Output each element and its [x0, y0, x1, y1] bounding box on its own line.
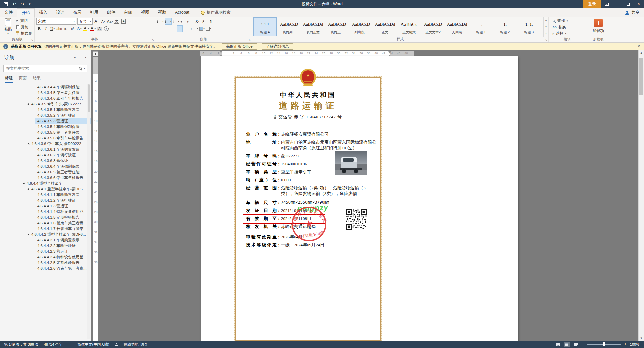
font-color-button[interactable]: A▾ — [90, 25, 96, 32]
nav-item[interactable]: 4.6.4.4.1.2 车辆行驶证 — [0, 198, 91, 203]
gallery-more-button[interactable]: ▾ — [544, 30, 548, 37]
decrease-indent-button[interactable]: ◀ — [180, 18, 187, 25]
show-marks-button[interactable]: ¶ — [208, 18, 214, 25]
styles-dialog-launcher-icon[interactable]: ↘ — [545, 39, 547, 41]
nav-item[interactable]: 4.6.4.4.2.5 定期检验报告 — [0, 260, 91, 266]
font-family-combo[interactable]: 宋体▾ — [36, 18, 76, 25]
collapse-triangle-icon[interactable] — [28, 188, 30, 191]
nav-item[interactable]: 4.6.4.3.6.4 车辆强制保险 — [0, 164, 91, 169]
nav-pane-close-icon[interactable]: × — [85, 55, 87, 60]
numbered-list-button[interactable]: ▾ — [165, 18, 172, 25]
nav-item[interactable]: 4.6.4.3.5.3 营运证 — [0, 118, 91, 124]
nav-item[interactable]: 4.6.4.3.6.3 营运证 — [0, 158, 91, 164]
hanging-indent-marker[interactable] — [220, 53, 222, 56]
distribute-button[interactable] — [184, 25, 189, 32]
ribbon-tab-审阅[interactable]: 审阅 — [120, 8, 137, 17]
web-layout-button[interactable] — [573, 342, 578, 347]
nav-tab-结果[interactable]: 结果 — [33, 75, 41, 83]
collapse-triangle-icon[interactable] — [28, 233, 30, 236]
shrink-font-button[interactable]: A▾ — [100, 18, 106, 25]
underline-button[interactable]: U▾ — [50, 25, 55, 32]
sign-in-button[interactable]: 登录 — [583, 0, 601, 8]
read-mode-button[interactable] — [556, 342, 561, 347]
borders-button[interactable]: ▾ — [206, 25, 212, 32]
enclose-characters-button[interactable]: 字 — [103, 25, 109, 32]
nav-item[interactable]: 4.6.4.3.6 牵引车头-蒙D90222 — [0, 141, 91, 147]
character-shading-button[interactable]: A — [97, 25, 102, 32]
scrollbar-thumb[interactable] — [639, 58, 643, 95]
print-layout-button[interactable] — [564, 342, 570, 347]
ribbon-tab-设计[interactable]: 设计 — [52, 8, 69, 17]
nav-item[interactable]: 4.6.4.3.5.4 车辆强制保险 — [0, 124, 91, 130]
nav-item[interactable]: 4.6.4.4.1.4 特种设备使用登... — [0, 209, 91, 215]
clipboard-dialog-launcher-icon[interactable]: ↘ — [31, 39, 33, 41]
document-search-input[interactable]: 在文档中搜索 ▾ — [3, 65, 87, 72]
character-border-button[interactable]: A — [121, 18, 126, 25]
font-dialog-launcher-icon[interactable]: ↘ — [152, 39, 154, 41]
undo-button[interactable]: ↶ — [12, 0, 16, 8]
highlight-button[interactable]: A▾ — [83, 25, 89, 32]
collapse-triangle-icon[interactable] — [28, 103, 30, 106]
nav-item[interactable]: 4.6.4.4 重型半挂牵车 — [0, 181, 91, 186]
nav-item[interactable]: 4.6.4.3.5.6 牵引车年检报告 — [0, 135, 91, 141]
nav-item[interactable]: 4.6.4.4.1.5 定期检验报告 — [0, 215, 91, 220]
document-scrollbar[interactable]: ▲ ▼ — [638, 50, 644, 341]
style-item[interactable]: 1.标题 2 — [493, 17, 517, 36]
nav-item[interactable]: 4.6.4.3.5.5 第三者责任险 — [0, 130, 91, 135]
style-item[interactable]: AaBbCc正文格式 — [397, 17, 421, 36]
scroll-up-icon[interactable]: ▲ — [639, 50, 644, 55]
learn-more-button[interactable]: 了解详细信息 — [262, 43, 293, 50]
multilevel-list-button[interactable]: ▾ — [173, 18, 179, 25]
nav-item[interactable]: 4.6.4.3.6.2 车辆行驶证 — [0, 152, 91, 158]
justify-button[interactable] — [177, 25, 183, 32]
tell-me-search[interactable]: 操作说明搜索 — [201, 8, 231, 17]
ribbon-tab-帮助[interactable]: 帮助 — [154, 8, 171, 17]
bold-button[interactable]: B — [36, 25, 42, 32]
style-item[interactable]: 1. 1. 1标题 4 — [253, 17, 277, 36]
italic-button[interactable]: I — [43, 25, 49, 32]
collapse-triangle-icon[interactable] — [28, 143, 30, 145]
close-button[interactable]: × — [633, 0, 644, 8]
proofing-icon[interactable] — [68, 343, 72, 346]
maximize-button[interactable] — [623, 0, 633, 8]
nav-item[interactable]: 4.6.4.4.1 重型半挂牵车-蒙DF5... — [0, 186, 91, 192]
replace-button[interactable]: ab替换 — [553, 24, 584, 30]
nav-item[interactable]: 4.6.4.4.2.4 特种设备使用登... — [0, 254, 91, 260]
align-left-button[interactable] — [157, 25, 163, 32]
nav-item[interactable]: 4.6.4.4.2.2 车辆行驶证 — [0, 243, 91, 249]
ribbon-tab-邮件[interactable]: 邮件 — [103, 8, 120, 17]
style-item[interactable]: AaBbCcD列出段... — [349, 17, 373, 36]
tab-stop-selector[interactable] — [93, 51, 98, 56]
word-count[interactable]: 48714 个字 — [44, 342, 63, 347]
find-button[interactable]: 查找▾ — [553, 18, 584, 24]
customize-qat-chevron-icon[interactable]: ▾ — [29, 0, 31, 8]
ribbon-tab-插入[interactable]: 插入 — [35, 8, 52, 17]
ribbon-tab-布局[interactable]: 布局 — [69, 8, 86, 17]
search-icon[interactable] — [79, 67, 82, 70]
search-options-chevron-icon[interactable]: ▾ — [84, 67, 85, 70]
cut-button[interactable]: ✂剪切 — [16, 18, 33, 24]
style-item[interactable]: 一、标题 1 — [469, 17, 493, 36]
nav-item[interactable]: 4.6.4.3.4.4 车辆强制保险 — [0, 84, 91, 90]
document-page[interactable]: ★ 中华人民共和国 道路运输证 内蒙 交运管 赤 字 150403712247 … — [201, 56, 518, 341]
nav-item[interactable]: 4.6.4.3.6.5 第三者责任险 — [0, 169, 91, 175]
scroll-down-icon[interactable]: ▼ — [639, 336, 644, 341]
share-button[interactable]: 共享 — [625, 8, 639, 17]
zoom-level[interactable]: 100% — [630, 342, 639, 346]
format-painter-button[interactable]: 格式刷 — [16, 30, 33, 36]
redo-button[interactable]: ↷ — [21, 0, 24, 8]
style-item[interactable]: AaBbCcD表内列... — [277, 17, 301, 36]
nav-item[interactable]: 4.6.4.4.2 重型半挂牵车-蒙DF6... — [0, 232, 91, 237]
nav-tab-标题[interactable]: 标题 — [5, 75, 13, 83]
ribbon-tab-开始[interactable]: 开始 — [17, 8, 35, 17]
ribbon-tab-视图[interactable]: 视图 — [137, 8, 154, 17]
nav-item[interactable]: 4.6.4.3.5.2 车辆行驶证 — [0, 113, 91, 118]
style-item[interactable]: 1. 1.标题 3 — [517, 17, 541, 36]
zoom-out-button[interactable]: − — [582, 341, 584, 348]
language-indicator[interactable]: 简体中文(中国大陆) — [78, 342, 109, 347]
nav-item[interactable]: 4.6.4.4.1.3 营运证 — [0, 203, 91, 209]
get-genuine-office-button[interactable]: 获取正版 Office — [222, 43, 257, 50]
zoom-slider-thumb[interactable] — [603, 342, 605, 346]
gallery-scroll-down-button[interactable]: ▾ — [544, 23, 548, 30]
style-item[interactable]: AaBbCcD正文文本2 — [421, 17, 445, 36]
